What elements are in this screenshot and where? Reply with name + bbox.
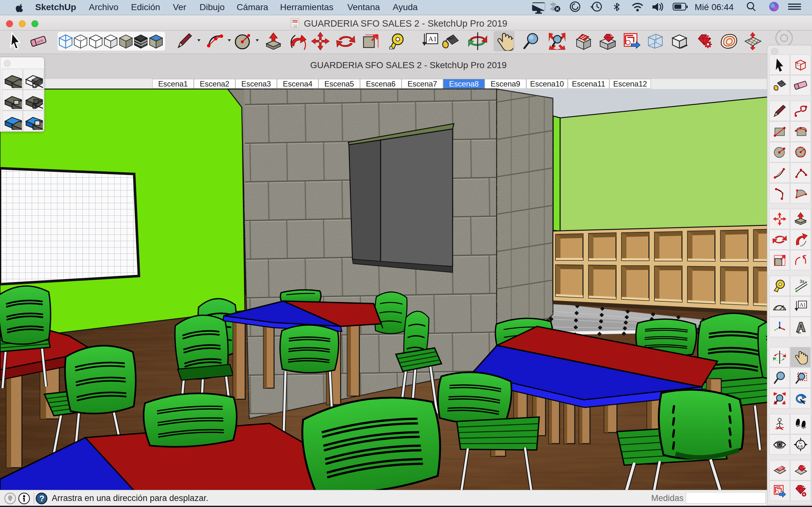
svg-text:3x: 3x [800,279,804,284]
svg-text:A1: A1 [800,302,806,307]
svg-text:A·B: A·B [798,445,803,448]
svg-text:C: C [799,440,802,445]
svg-text:.skp: .skp [293,25,297,27]
svg-text:A1: A1 [428,35,437,43]
svg-text:?: ? [39,494,44,503]
